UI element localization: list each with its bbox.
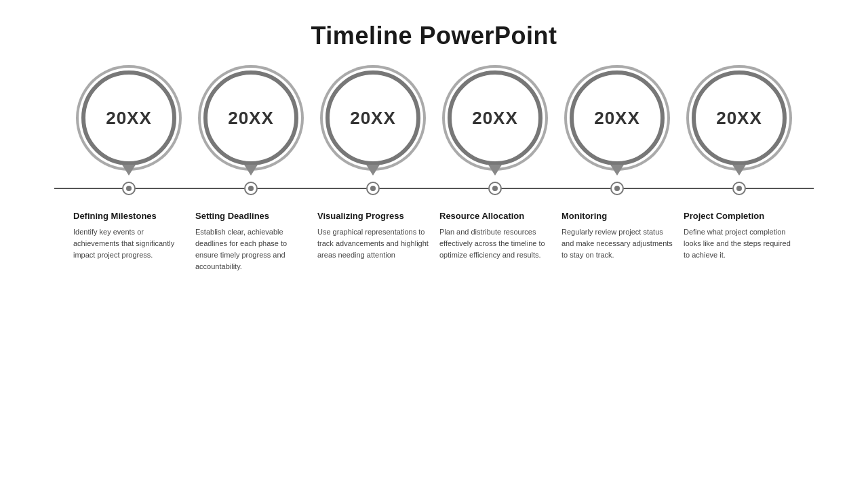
timeline-dot-1 <box>122 182 136 195</box>
timeline-dot-6 <box>732 182 746 195</box>
timeline-dot-3 <box>366 182 380 195</box>
circle-bubble-2: 20XX <box>203 70 298 165</box>
label-item-1: Defining MilestonesIdentify key events o… <box>68 211 190 261</box>
label-item-3: Visualizing ProgressUse graphical repres… <box>312 211 434 261</box>
page-title: Timeline PowerPoint <box>311 22 557 50</box>
circle-year-2: 20XX <box>228 108 274 129</box>
label-title-5: Monitoring <box>561 211 607 222</box>
circle-bubble-6: 20XX <box>692 70 787 165</box>
labels-row: Defining MilestonesIdentify key events o… <box>27 211 841 272</box>
circle-item-6: 20XX <box>678 70 800 176</box>
circle-pointer-4 <box>488 165 502 176</box>
circle-item-3: 20XX <box>312 70 434 176</box>
circle-pointer-6 <box>732 165 746 176</box>
circle-bubble-1: 20XX <box>81 70 176 165</box>
timeline-dot-wrap-3 <box>312 182 434 195</box>
timeline-dot-inner-6 <box>736 186 742 191</box>
label-title-3: Visualizing Progress <box>317 211 404 222</box>
timeline-dot-2 <box>244 182 258 195</box>
label-desc-2: Establish clear, achievable deadlines fo… <box>195 226 307 272</box>
timeline-dot-wrap-2 <box>190 182 312 195</box>
label-item-2: Setting DeadlinesEstablish clear, achiev… <box>190 211 312 272</box>
dots-row <box>27 182 841 195</box>
timeline-dot-inner-1 <box>126 186 132 191</box>
label-desc-6: Define what project completion looks lik… <box>684 226 795 261</box>
circle-bubble-5: 20XX <box>570 70 665 165</box>
label-item-4: Resource AllocationPlan and distribute r… <box>434 211 556 261</box>
circle-pointer-2 <box>244 165 258 176</box>
circle-year-4: 20XX <box>472 108 518 129</box>
timeline-dot-inner-3 <box>370 186 376 191</box>
circle-year-6: 20XX <box>716 108 762 129</box>
label-title-6: Project Completion <box>684 211 764 222</box>
timeline-dot-inner-5 <box>614 186 620 191</box>
circle-item-1: 20XX <box>68 70 190 176</box>
timeline-dot-wrap-4 <box>434 182 556 195</box>
circle-item-5: 20XX <box>556 70 678 176</box>
timeline-dot-wrap-5 <box>556 182 678 195</box>
label-title-2: Setting Deadlines <box>195 211 269 222</box>
label-item-5: MonitoringRegularly review project statu… <box>556 211 678 261</box>
circles-row: 20XX20XX20XX20XX20XX20XX <box>27 70 841 176</box>
circle-year-1: 20XX <box>106 108 152 129</box>
timeline-dot-inner-4 <box>492 186 498 191</box>
circle-pointer-5 <box>610 165 624 176</box>
timeline-dot-5 <box>610 182 624 195</box>
label-desc-3: Use graphical representations to track a… <box>317 226 429 261</box>
circle-bubble-4: 20XX <box>448 70 542 165</box>
timeline-line-row <box>27 178 841 199</box>
circle-year-3: 20XX <box>350 108 396 129</box>
circle-pointer-1 <box>122 165 136 176</box>
timeline-dot-inner-2 <box>248 186 254 191</box>
circle-pointer-3 <box>366 165 380 176</box>
circle-year-5: 20XX <box>594 108 640 129</box>
label-title-1: Defining Milestones <box>73 211 157 222</box>
label-desc-5: Regularly review project status and make… <box>561 226 673 261</box>
timeline-dot-wrap-1 <box>68 182 190 195</box>
label-desc-1: Identify key events or achievements that… <box>73 226 184 261</box>
label-title-4: Resource Allocation <box>439 211 524 222</box>
label-desc-4: Plan and distribute resources effectivel… <box>439 226 551 261</box>
circle-item-4: 20XX <box>434 70 556 176</box>
circle-item-2: 20XX <box>190 70 312 176</box>
timeline-dot-4 <box>488 182 502 195</box>
label-item-6: Project CompletionDefine what project co… <box>678 211 800 261</box>
timeline-dot-wrap-6 <box>678 182 800 195</box>
timeline-area: 20XX20XX20XX20XX20XX20XX Defining Milest… <box>0 70 868 272</box>
circle-bubble-3: 20XX <box>326 70 420 165</box>
